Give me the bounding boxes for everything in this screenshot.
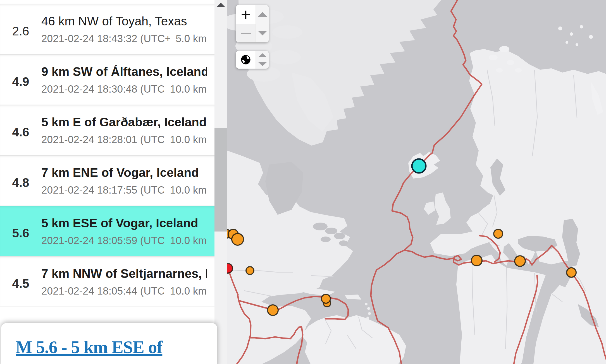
event-depth: 10.0 km	[170, 235, 207, 247]
earthquake-list-panel: 2.6 46 km NW of Toyah, Texas 2021-02-24 …	[0, 0, 214, 364]
event-title: 9 km SW of Álftanes, Iceland	[41, 64, 207, 79]
map-zoom-control: +	[236, 5, 269, 42]
magnitude-value: 4.8	[0, 176, 41, 190]
globe-icon	[240, 54, 251, 65]
globe-spin-down-icon[interactable]	[258, 62, 267, 66]
earthquake-marker[interactable]	[471, 255, 482, 266]
earthquake-list-item[interactable]: 4.8 7 km ENE of Vogar, Iceland 2021-02-2…	[0, 156, 214, 206]
earthquake-list-item[interactable]: 2.6 46 km NW of Toyah, Texas 2021-02-24 …	[0, 4, 214, 55]
event-summary: 7 km NNW of Seltjarnarnes, I… 2021-02-24…	[41, 266, 214, 297]
earthquake-marker[interactable]	[494, 229, 503, 238]
scroll-up-arrow-icon	[217, 3, 225, 7]
event-depth: 10.0 km	[170, 184, 207, 196]
globe-spin-up-icon[interactable]	[258, 53, 267, 57]
event-summary: 9 km SW of Álftanes, Iceland 2021-02-24 …	[41, 64, 214, 95]
map-globe-control	[236, 51, 269, 69]
zoom-step-up-icon[interactable]	[258, 12, 267, 17]
selected-event-popup: M 5.6 - 5 km ESE of Vogar, Iceland	[1, 323, 217, 364]
magnitude-value: 4.6	[0, 125, 41, 139]
earthquake-marker[interactable]	[515, 256, 525, 266]
globe-button[interactable]	[236, 51, 256, 69]
earthquake-marker[interactable]	[246, 267, 254, 274]
zoom-step-down-icon[interactable]	[258, 31, 267, 35]
list-scrollbar[interactable]	[214, 0, 227, 364]
event-depth: 10.0 km	[170, 285, 207, 297]
event-time: 2021-02-24 18:05:59 (UTC+…	[41, 235, 164, 247]
event-time: 2021-02-24 18:05:44 (UTC+…	[41, 285, 164, 297]
event-time: 2021-02-24 18:28:01 (UTC+…	[41, 134, 164, 146]
event-depth: 5.0 km	[176, 33, 207, 45]
earthquake-marker[interactable]	[567, 268, 576, 277]
event-time: 2021-02-24 18:30:48 (UTC+…	[41, 83, 164, 95]
scrollbar-thumb[interactable]	[214, 128, 227, 232]
earthquake-list-item[interactable]: 4.9 9 km SW of Álftanes, Iceland 2021-02…	[0, 55, 214, 105]
event-detail-link[interactable]: M 5.6 - 5 km ESE of Vogar, Iceland	[16, 335, 203, 364]
scrollbar-up-button[interactable]	[214, 0, 227, 9]
earthquake-marker[interactable]	[321, 294, 330, 303]
event-summary: 7 km ENE of Vogar, Iceland 2021-02-24 18…	[41, 165, 214, 196]
magnitude-value: 2.6	[0, 24, 41, 38]
event-title: 7 km NNW of Seltjarnarnes, I…	[41, 266, 207, 281]
earthquake-marker[interactable]	[232, 233, 244, 245]
earthquake-list-item-selected[interactable]: 5.6 5 km ESE of Vogar, Iceland 2021-02-2…	[0, 206, 214, 257]
magnitude-value: 4.5	[0, 277, 41, 291]
plus-icon: +	[241, 5, 250, 24]
minus-icon	[241, 33, 251, 34]
earthquake-list-item[interactable]: 4.6 5 km E of Garðabær, Iceland 2021-02-…	[0, 105, 214, 156]
event-time: 2021-02-24 18:43:32 (UTC+0…	[41, 33, 170, 45]
list-row-partial	[0, 0, 214, 4]
magnitude-value: 5.6	[0, 226, 41, 240]
event-title: 5 km ESE of Vogar, Iceland	[41, 216, 207, 230]
event-summary: 46 km NW of Toyah, Texas 2021-02-24 18:4…	[41, 14, 214, 45]
event-depth: 10.0 km	[170, 134, 207, 146]
zoom-in-button[interactable]: +	[236, 5, 256, 24]
earthquake-marker[interactable]	[268, 305, 278, 315]
earthquake-list-item[interactable]: 4.5 7 km NNW of Seltjarnarnes, I… 2021-0…	[0, 257, 214, 307]
zoom-out-button[interactable]	[236, 24, 256, 42]
event-summary: 5 km ESE of Vogar, Iceland 2021-02-24 18…	[41, 216, 214, 247]
event-summary: 5 km E of Garðabær, Iceland 2021-02-24 1…	[41, 115, 214, 146]
selected-earthquake-marker[interactable]	[412, 159, 426, 173]
event-title: 46 km NW of Toyah, Texas	[41, 14, 207, 28]
event-depth: 10.0 km	[170, 83, 207, 95]
map-canvas[interactable]: +	[227, 0, 606, 364]
event-time: 2021-02-24 18:17:55 (UTC+…	[41, 184, 164, 196]
event-title: 7 km ENE of Vogar, Iceland	[41, 165, 207, 180]
earthquake-marker[interactable]	[227, 264, 233, 273]
event-title: 5 km E of Garðabær, Iceland	[41, 115, 207, 129]
magnitude-value: 4.9	[0, 75, 41, 89]
world-map	[227, 0, 606, 364]
